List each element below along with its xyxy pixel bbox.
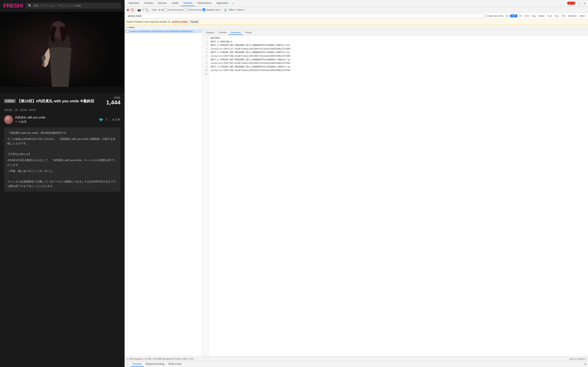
tab-application[interactable]: Application: [214, 0, 231, 6]
tab-network[interactable]: Network: [181, 0, 195, 6]
filter-img[interactable]: Img: [531, 15, 537, 17]
devtools-panel: Elements Console Sources Audits Network …: [125, 0, 588, 367]
filter-doc[interactable]: Doc: [554, 15, 560, 17]
filter-bar: Hide data URLs All XHR JS CSS Img Media …: [125, 13, 588, 19]
view-list-icon[interactable]: ≡: [159, 8, 160, 11]
bottom-tab-request-blocking[interactable]: Request blocking: [144, 362, 166, 367]
tab-timing[interactable]: Timing: [243, 30, 254, 35]
filter-manifest[interactable]: Manifest: [567, 15, 578, 17]
tab-preview[interactable]: Preview: [217, 30, 229, 35]
view-detail-icon[interactable]: ⊞: [162, 8, 163, 11]
online-label: Online: [236, 8, 243, 11]
tab-audits[interactable]: Audits: [169, 0, 181, 6]
search-placeholder: 番組・チャンネル・プロジェクトを検索: [33, 4, 81, 8]
filter-icon[interactable]: ▽: [142, 8, 144, 11]
filter-input[interactable]: [126, 14, 484, 18]
search-network-icon[interactable]: 🔍: [145, 8, 148, 11]
offline-label: Offline: [228, 8, 235, 11]
response-pane: Headers Preview Response Timing 1 2 3 4 …: [202, 30, 588, 356]
camera-icon[interactable]: 📷: [138, 8, 141, 11]
view-count-area: 視聴数 1,444: [106, 96, 121, 106]
console-dots-icon[interactable]: ⋮: [126, 363, 129, 366]
tab-performance[interactable]: Performance: [195, 0, 214, 6]
video-title: 【第10回】#内田真礼 with you smile ※最終回: [17, 99, 106, 104]
offline-icon[interactable]: 📡: [224, 8, 227, 11]
tab-elements[interactable]: Elements: [126, 0, 141, 6]
line-col: Line 1, Column 1: [570, 358, 586, 360]
search-keyword: archive.m3u8: [172, 20, 188, 23]
filter-font[interactable]: Font: [546, 15, 553, 17]
social-buttons: 🐦 f ⬆ 共有: [99, 117, 121, 122]
group-frame-checkbox[interactable]: [164, 8, 167, 11]
hide-data-url-area: Hide data URLs: [485, 15, 504, 17]
member-badge: 会員限定: [4, 99, 16, 103]
file-row-archive[interactable]: archive.m3u8?token=201260t1412ea5e186354…: [125, 30, 202, 33]
hide-data-url-checkbox[interactable]: [485, 15, 488, 17]
close-pane-icon[interactable]: ✕: [126, 26, 128, 29]
chevron-down-icon[interactable]: ▾: [243, 8, 245, 11]
tab-sources[interactable]: Sources: [155, 0, 169, 6]
filter-ws[interactable]: WS: [561, 15, 567, 17]
share-button[interactable]: ⬆ 共有: [112, 118, 121, 122]
desc-line-4: 2018年4月3日の配信をもちまして、「内田真礼 with you smile」…: [7, 158, 117, 167]
tab-headers[interactable]: Headers: [204, 30, 217, 35]
error-badge: 🔴 1: [567, 2, 575, 5]
member-text: 入会済: [18, 120, 26, 124]
file-checkbox[interactable]: [126, 30, 129, 33]
channel-row: 内田真礼 with you smile ❤ 入会済 🐦 f ⬆ 共有: [4, 115, 121, 124]
filter-xhr[interactable]: XHR: [510, 15, 517, 17]
filter-all[interactable]: All: [505, 15, 510, 17]
bottom-tab-console[interactable]: Console: [130, 362, 144, 367]
clear-icon[interactable]: 🚫: [130, 8, 134, 11]
bottom-tab-whats-new[interactable]: What's New: [166, 362, 183, 367]
tab-icons: 🔴 1 ⋮ ✕: [567, 1, 586, 5]
search-icon: 🔍: [28, 4, 32, 7]
heart-icon: ❤: [15, 120, 17, 123]
filter-type-buttons: All XHR JS CSS Img Media Font Doc WS Man…: [505, 15, 586, 17]
site-header: FRESH! 🔍 番組・チャンネル・プロジェクトを検索: [0, 0, 125, 11]
toolbar-divider-1: [136, 8, 136, 11]
request-stats: 1 / 103 requests | 1.0 KB / 22.6 MB tran…: [126, 358, 189, 360]
record-icon[interactable]: ⏺: [126, 8, 129, 11]
network-toolbar: ⏺ 🚫 📷 ▽ 🔍 View: ≡ ⊞ Group by frame Prese…: [125, 7, 588, 13]
desc-line-2: ※この放送は2018年3月17日に行われた、「内田真礼 with you smi…: [7, 137, 117, 146]
description-box: 「内田真礼 with you smile」第10回目(最終回)です ※この放送は…: [4, 127, 121, 192]
tab-response[interactable]: Response: [229, 30, 243, 35]
preserve-log-checkbox[interactable]: [185, 8, 188, 11]
desc-line-3: 【大切なお知らせ】: [7, 152, 117, 156]
filter-other[interactable]: Other: [578, 15, 586, 17]
twitter-icon[interactable]: 🐦: [99, 117, 104, 122]
line-numbers: 1 2 3 4 5 6 7 8 9 10 11: [202, 35, 209, 356]
search-highlight-bar: Search headers and response bodies for a…: [125, 19, 588, 25]
response-content: 1 2 3 4 5 6 7 8 9 10 11 #EXTM3U #EX: [202, 35, 588, 356]
facebook-icon[interactable]: f: [106, 118, 107, 122]
name-column-header: Name: [129, 26, 586, 29]
group-frame-label: Group by frame: [168, 8, 184, 11]
status-link[interactable]: DO...: [190, 358, 195, 360]
online-select-area: Offline Online ▾: [228, 8, 245, 11]
member-status: ❤ 入会済: [15, 120, 99, 124]
devtools-tabs: Elements Console Sources Audits Network …: [125, 0, 588, 7]
devtools-status: 1 / 103 requests | 1.0 KB / 22.6 MB tran…: [125, 356, 588, 361]
title-row: 会員限定 【第10回】#内田真礼 with you smile ※最終回 視聴数…: [4, 96, 121, 106]
preserve-log-area: Preserve log: [185, 8, 201, 11]
filter-css[interactable]: CSS: [523, 15, 530, 17]
close-drawer-icon[interactable]: ✕: [584, 362, 586, 366]
filter-media[interactable]: Media: [537, 15, 546, 17]
close-devtools-icon[interactable]: ✕: [583, 1, 586, 5]
tab-more[interactable]: »: [231, 1, 235, 6]
share-icon: ⬆: [112, 118, 114, 121]
disable-cache-checkbox[interactable]: [203, 8, 205, 11]
filter-js[interactable]: JS: [518, 15, 523, 17]
view-label: View:: [152, 8, 157, 11]
search-bar[interactable]: 🔍 番組・チャンネル・プロジェクトを検索: [26, 3, 121, 9]
net-file-list: archive.m3u8?token=201260t1412ea5e186354…: [125, 30, 202, 356]
find-all-button[interactable]: Find All: [189, 20, 200, 24]
date-row: 4月3日（火）20:00 - 20:57: [4, 108, 121, 112]
tab-console[interactable]: Console: [141, 0, 155, 6]
more-options-icon[interactable]: ⋮: [577, 1, 581, 5]
avatar: [4, 115, 13, 124]
channel-name: 内田真礼 with you smile: [15, 116, 99, 119]
view-label: 視聴数: [114, 96, 121, 99]
site-logo[interactable]: FRESH!: [3, 2, 23, 9]
